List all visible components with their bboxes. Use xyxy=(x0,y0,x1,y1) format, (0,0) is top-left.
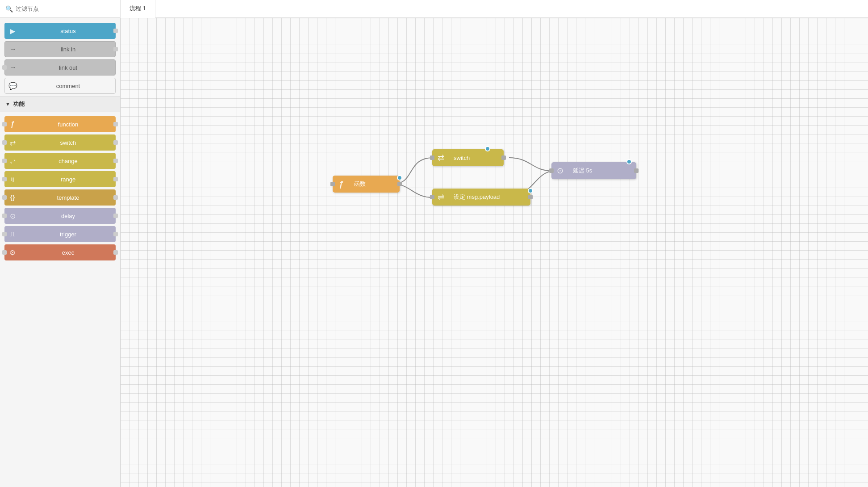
switch-port-left xyxy=(2,140,7,145)
link-in-icon: → xyxy=(5,42,21,57)
flow-node-func[interactable]: ƒ 函数 xyxy=(333,176,400,193)
delay-icon: ⊙ xyxy=(4,208,21,224)
exec-icon: ⚙ xyxy=(4,244,21,260)
switch-canvas-port-left xyxy=(430,155,434,160)
node-item-range[interactable]: ij range xyxy=(4,171,116,187)
func-port-right xyxy=(397,182,402,186)
delay-port-left xyxy=(2,214,7,218)
switch-port-right xyxy=(113,140,118,145)
range-label: range xyxy=(21,176,116,183)
function-icon: ƒ xyxy=(4,116,21,132)
exec-port-right xyxy=(113,250,118,255)
trigger-label: trigger xyxy=(21,231,116,238)
func-icon: ƒ xyxy=(333,176,350,193)
node-item-delay[interactable]: ⊙ delay xyxy=(4,208,116,224)
comment-icon: 💬 xyxy=(5,78,21,93)
tab-flow1[interactable]: 流程 1 xyxy=(121,0,155,18)
trigger-port-left xyxy=(2,232,7,236)
switch-label: switch xyxy=(21,139,116,146)
node-item-change[interactable]: ⇌ change xyxy=(4,153,116,169)
switch-dot xyxy=(485,146,490,151)
func-port-left xyxy=(330,182,335,186)
status-port-right xyxy=(113,29,118,33)
node-item-function[interactable]: ƒ function xyxy=(4,116,116,132)
delay-port-right xyxy=(113,214,118,218)
tab-area: 流程 1 xyxy=(121,0,155,17)
change-icon: ⇌ xyxy=(4,153,21,169)
chevron-down-icon: ▼ xyxy=(5,101,10,107)
section-function-label: 功能 xyxy=(13,100,25,108)
delay-canvas-port-right xyxy=(634,168,638,173)
sidebar: ▶ status → link in → link out xyxy=(0,18,121,487)
link-in-port-right xyxy=(113,47,118,51)
delay-dot xyxy=(626,159,632,164)
function-label: function xyxy=(21,121,116,128)
change-port-left xyxy=(2,159,7,163)
link-out-icon: → xyxy=(5,60,21,75)
change-canvas-port-left xyxy=(430,195,434,199)
status-icon: ▶ xyxy=(4,23,21,39)
function-port-right xyxy=(113,122,118,126)
flow-node-switch[interactable]: ⇄ switch xyxy=(432,149,504,166)
range-port-right xyxy=(113,177,118,181)
section-function[interactable]: ▼ 功能 xyxy=(0,96,120,112)
function-port-left xyxy=(2,122,7,126)
delay-canvas-label: 延迟 5s xyxy=(568,167,598,175)
node-item-link-out[interactable]: → link out xyxy=(4,59,116,76)
delay-canvas-port-left xyxy=(549,168,554,173)
exec-port-left xyxy=(2,250,7,255)
change-dot xyxy=(528,188,533,193)
comment-label: comment xyxy=(21,83,115,89)
template-label: template xyxy=(21,194,116,201)
func-dot xyxy=(397,175,402,181)
node-item-status[interactable]: ▶ status xyxy=(4,23,116,39)
node-item-template[interactable]: {} template xyxy=(4,189,116,206)
main-layout: ▶ status → link in → link out xyxy=(0,18,868,487)
trigger-icon: ⎍ xyxy=(4,226,21,242)
switch-canvas-label: switch xyxy=(449,155,476,161)
node-item-comment[interactable]: 💬 comment xyxy=(4,78,116,94)
search-icon: 🔍 xyxy=(5,5,13,13)
trigger-port-right xyxy=(113,232,118,236)
node-item-switch[interactable]: ⇄ switch xyxy=(4,134,116,151)
template-icon: {} xyxy=(4,189,21,206)
top-bar: 🔍 流程 1 xyxy=(0,0,868,18)
change-port-right xyxy=(113,159,118,163)
template-port-left xyxy=(2,195,7,200)
search-area: 🔍 xyxy=(0,0,121,17)
func-label: 函数 xyxy=(350,180,372,188)
node-item-link-in[interactable]: → link in xyxy=(4,41,116,57)
flow-node-delay[interactable]: ⊙ 延迟 5s xyxy=(551,162,636,179)
node-item-trigger[interactable]: ⎍ trigger xyxy=(4,226,116,242)
link-out-port-left xyxy=(2,65,7,70)
canvas-area[interactable]: ƒ 函数 ⇄ switch ⇌ 设定 msg.payload ⊙ xyxy=(121,18,868,487)
range-icon: ij xyxy=(4,171,21,187)
change-canvas-icon: ⇌ xyxy=(432,189,449,206)
change-label: change xyxy=(21,158,116,164)
change-canvas-label: 设定 msg.payload xyxy=(449,193,506,201)
search-input[interactable] xyxy=(16,5,115,12)
exec-label: exec xyxy=(21,249,116,256)
node-item-exec[interactable]: ⚙ exec xyxy=(4,244,116,260)
flow-node-change[interactable]: ⇌ 设定 msg.payload xyxy=(432,189,530,206)
status-label: status xyxy=(21,28,116,34)
template-port-right xyxy=(113,195,118,200)
change-canvas-port-right xyxy=(528,195,533,199)
link-out-label: link out xyxy=(21,64,115,71)
connections-svg xyxy=(121,18,868,487)
switch-icon: ⇄ xyxy=(4,134,21,151)
delay-canvas-icon: ⊙ xyxy=(551,162,568,179)
switch-canvas-icon: ⇄ xyxy=(432,149,449,166)
switch-canvas-port-right xyxy=(501,155,506,160)
delay-label: delay xyxy=(21,213,116,219)
link-in-label: link in xyxy=(21,46,115,53)
range-port-left xyxy=(2,177,7,181)
